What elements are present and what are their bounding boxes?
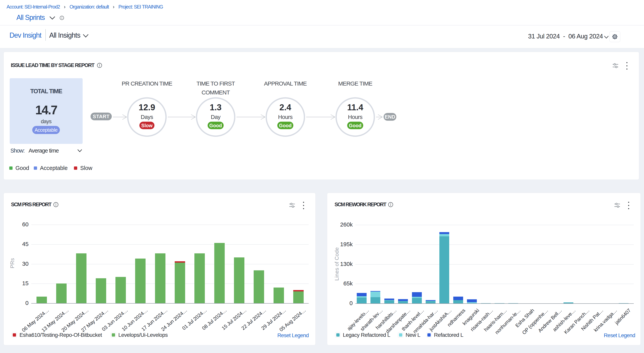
svg-text:Hours: Hours (348, 114, 362, 120)
svg-text:1.3: 1.3 (210, 102, 222, 112)
svg-text:END: END (385, 114, 395, 120)
svg-text:START: START (93, 114, 110, 119)
svg-text:Good: Good (279, 123, 292, 128)
svg-text:Day: Day (211, 114, 221, 120)
svg-text:11.4: 11.4 (347, 102, 363, 112)
svg-text:12.9: 12.9 (138, 102, 155, 112)
svg-text:Days: Days (141, 114, 153, 120)
svg-text:Hours: Hours (278, 114, 293, 120)
svg-text:2.4: 2.4 (279, 102, 291, 112)
svg-text:Good: Good (209, 123, 222, 128)
svg-text:Good: Good (349, 123, 362, 128)
svg-text:Slow: Slow (141, 123, 153, 128)
